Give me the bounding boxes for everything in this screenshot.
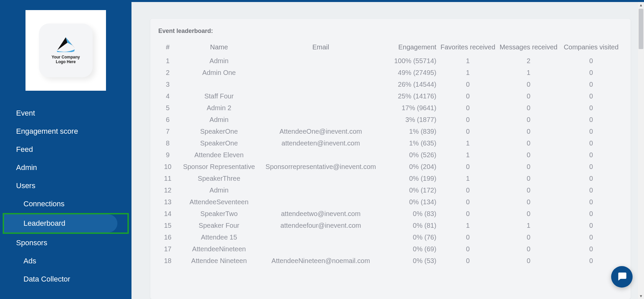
table-header[interactable]: Companies visited (560, 41, 623, 55)
sidebar-item-data-collector[interactable]: Data Collector (0, 270, 131, 288)
scroll-up-arrow-icon[interactable]: ▲ (638, 2, 644, 8)
table-row[interactable]: 14SpeakerTwoattendeetwo@inevent.com0% (8… (158, 208, 623, 220)
table-cell: 100% (55714) (381, 55, 438, 67)
table-cell: 0 (438, 102, 497, 114)
table-row[interactable]: 11SpeakerThree0% (199)100 (158, 173, 623, 184)
table-cell: 0 (560, 79, 623, 90)
sidebar-item-users[interactable]: Users (0, 177, 131, 195)
sidebar: Your Company Logo Here EventEngagement s… (0, 0, 131, 299)
table-cell: SpeakerTwo (177, 208, 261, 220)
table-cell: Admin 2 (177, 102, 261, 114)
table-cell: Sponsorrepresentative@inevent.com (261, 161, 381, 173)
sidebar-item-feed[interactable]: Feed (0, 140, 131, 159)
table-header[interactable]: Email (261, 41, 381, 55)
sidebar-item-connections[interactable]: Connections (0, 195, 131, 213)
table-cell: 14 (158, 208, 177, 220)
table-cell: 1 (438, 149, 497, 161)
table-cell: Speaker Four (177, 220, 261, 231)
table-cell: 0 (438, 161, 497, 173)
table-row[interactable]: 326% (14544)000 (158, 79, 623, 90)
table-cell (177, 79, 261, 90)
table-cell: 0% (526) (381, 149, 438, 161)
logo-sail-icon (54, 37, 77, 52)
table-cell: SpeakerOne (177, 126, 261, 137)
logo-text: Your Company Logo Here (52, 55, 80, 65)
table-cell: 0 (560, 243, 623, 255)
scrollbar-thumb[interactable] (639, 9, 643, 49)
table-cell: 0 (497, 196, 560, 208)
leaderboard-card: Event leaderboard: #NameEmailEngagementF… (150, 19, 631, 299)
table-cell: 0% (199) (381, 173, 438, 184)
table-row[interactable]: 2Admin One49% (27495)110 (158, 67, 623, 79)
table-header[interactable]: # (158, 41, 177, 55)
table-row[interactable]: 16Attendee 150% (76)000 (158, 231, 623, 243)
table-cell: 0 (497, 161, 560, 173)
table-cell: 0 (560, 149, 623, 161)
table-cell: 7 (158, 126, 177, 137)
table-cell: 0% (172) (381, 184, 438, 196)
logo-inner: Your Company Logo Here (39, 24, 93, 77)
table-cell: 8 (158, 137, 177, 149)
table-cell: 0 (497, 208, 560, 220)
scrollbar-vertical[interactable]: ▲ ▼ (638, 2, 644, 299)
table-cell (261, 196, 381, 208)
table-cell: 1 (438, 67, 497, 79)
table-row[interactable]: 5Admin 217% (9641)000 (158, 102, 623, 114)
table-row[interactable]: 1Admin100% (55714)120 (158, 55, 623, 67)
table-cell: 0 (560, 231, 623, 243)
sidebar-item-label: Connections (23, 200, 64, 208)
table-row[interactable]: 7SpeakerOneAttendeeOne@inevent.com1% (83… (158, 126, 623, 137)
table-cell: 1 (158, 55, 177, 67)
table-cell: 1 (438, 220, 497, 231)
table-row[interactable]: 10Sponsor RepresentativeSponsorrepresent… (158, 161, 623, 173)
table-cell: 0 (497, 114, 560, 126)
table-cell: 11 (158, 173, 177, 184)
table-cell (261, 55, 381, 67)
table-row[interactable]: 12Admin0% (172)000 (158, 184, 623, 196)
scroll-down-arrow-icon[interactable]: ▼ (638, 293, 644, 299)
table-cell: 26% (14544) (381, 79, 438, 90)
table-cell: 0 (497, 173, 560, 184)
logo-box: Your Company Logo Here (25, 10, 106, 91)
table-cell: Admin (177, 55, 261, 67)
table-cell: AttendeeOne@inevent.com (261, 126, 381, 137)
sidebar-item-event[interactable]: Event (0, 104, 131, 122)
table-cell (261, 102, 381, 114)
table-cell: Attendee 15 (177, 231, 261, 243)
sidebar-item-leaderboard[interactable]: Leaderboard (0, 213, 131, 234)
table-row[interactable]: 15Speaker Fourattendeefour@inevent.com0%… (158, 220, 623, 231)
table-cell: Attendee Nineteen (177, 255, 261, 267)
table-row[interactable]: 13AttendeeSeventeen0% (134)000 (158, 196, 623, 208)
table-row[interactable]: 9Attendee Eleven0% (526)100 (158, 149, 623, 161)
chat-button[interactable] (611, 266, 633, 288)
sidebar-item-ads[interactable]: Ads (0, 252, 131, 270)
table-cell: 16 (158, 231, 177, 243)
table-cell: 0 (560, 67, 623, 79)
table-row[interactable]: 17AttendeeNineteen0% (69)000 (158, 243, 623, 255)
table-header[interactable]: Messages received (497, 41, 560, 55)
table-cell: 18 (158, 255, 177, 267)
sidebar-item-label: Leaderboard (4, 214, 117, 232)
table-cell: 0 (438, 79, 497, 90)
table-row[interactable]: 8SpeakerOneattendeeten@inevent.com1% (63… (158, 137, 623, 149)
sidebar-item-admin[interactable]: Admin (0, 159, 131, 177)
sidebar-item-engagement-score[interactable]: Engagement score (0, 122, 131, 140)
table-row[interactable]: 18Attendee NineteenAttendeeNineteen@noem… (158, 255, 623, 267)
table-cell: 6 (158, 114, 177, 126)
table-cell: 0 (497, 255, 560, 267)
table-row[interactable]: 4Staff Four25% (14176)000 (158, 90, 623, 102)
table-row[interactable]: 6Admin3% (1877)000 (158, 114, 623, 126)
table-cell: 15 (158, 220, 177, 231)
table-header[interactable]: Name (177, 41, 261, 55)
sidebar-nav: EventEngagement scoreFeedAdminUsersConne… (0, 104, 131, 288)
sidebar-item-sponsors[interactable]: Sponsors (0, 234, 131, 252)
table-cell: 0 (438, 231, 497, 243)
table-cell: AttendeeSeventeen (177, 196, 261, 208)
table-cell: 49% (27495) (381, 67, 438, 79)
table-header[interactable]: Engagement (381, 41, 438, 55)
table-cell (261, 149, 381, 161)
table-cell: 9 (158, 149, 177, 161)
table-cell: 0 (497, 184, 560, 196)
table-header[interactable]: Favorites received (438, 41, 497, 55)
table-cell (261, 184, 381, 196)
